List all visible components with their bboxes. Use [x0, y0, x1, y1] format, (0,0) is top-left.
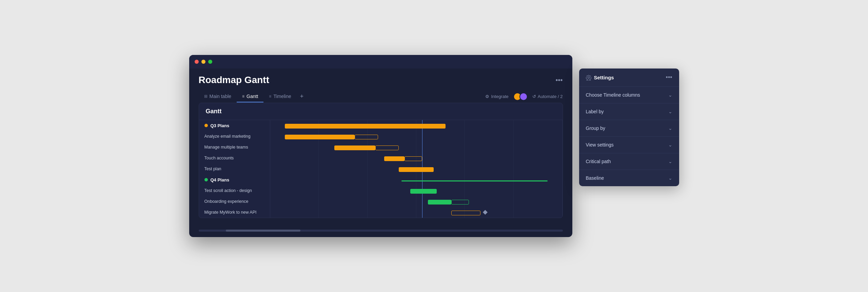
avatar-2	[519, 93, 528, 101]
title-bar	[189, 55, 572, 69]
gantt-bars	[270, 120, 563, 218]
tab-main-table[interactable]: ⊞ Main table	[199, 91, 237, 102]
settings-title-row: Settings	[586, 75, 614, 80]
gantt-labels: Q3 Plans Analyze email marketing Manage …	[199, 120, 270, 218]
automate-icon: ↺	[532, 94, 536, 99]
page-title: Roadmap Gantt	[199, 75, 269, 85]
app-window: Roadmap Gantt ••• ⊞ Main table ≡ Gantt ≡	[189, 55, 572, 237]
automate-button[interactable]: ↺ Automate / 2	[532, 94, 563, 99]
settings-item-label-by[interactable]: Label by ⌄	[579, 103, 679, 120]
bar-onboarding[interactable]	[428, 200, 451, 205]
chevron-icon-baseline: ⌄	[668, 175, 672, 181]
tab-timeline[interactable]: ≡ Timeline	[263, 91, 296, 102]
tab-bar: ⊞ Main table ≡ Gantt ≡ Timeline +	[199, 90, 307, 103]
q3-label: Q3 Plans	[211, 123, 230, 128]
settings-item-choose-timeline[interactable]: Choose Timeline columns ⌄	[579, 87, 679, 103]
row-touch: Touch accounts	[199, 153, 270, 163]
row-analyze: Analyze email marketing	[199, 131, 270, 142]
scene: Roadmap Gantt ••• ⊞ Main table ≡ Gantt ≡	[189, 55, 679, 237]
gantt-icon: ≡	[242, 94, 244, 99]
settings-item-group-by[interactable]: Group by ⌄	[579, 120, 679, 137]
bar-analyze[interactable]	[285, 135, 355, 139]
bar-touch[interactable]	[384, 156, 405, 161]
row-manage: Manage multiple teams	[199, 142, 270, 153]
q3-dot	[204, 124, 208, 127]
row-migrate: Migrate MyWork to new API	[199, 207, 270, 218]
header-actions: ⚙ Integrate ↺ Automate / 2	[485, 93, 563, 101]
scrollbar-container	[199, 228, 563, 232]
integrate-button[interactable]: ⚙ Integrate	[485, 94, 508, 99]
chevron-icon-view-settings: ⌄	[668, 142, 672, 148]
milestone-migrate	[483, 210, 488, 215]
bar-touch-dep	[405, 156, 422, 161]
settings-more-button[interactable]: •••	[666, 74, 672, 81]
group-q3-header: Q3 Plans	[199, 120, 270, 131]
settings-item-critical-path[interactable]: Critical path ⌄	[579, 153, 679, 170]
header-top: Roadmap Gantt •••	[199, 75, 563, 85]
gantt-body: Q3 Plans Analyze email marketing Manage …	[199, 120, 563, 218]
chevron-icon-label-by: ⌄	[668, 109, 672, 114]
timeline-icon: ≡	[269, 94, 271, 99]
chevron-icon-critical-path: ⌄	[668, 159, 672, 164]
add-tab-button[interactable]: +	[297, 90, 307, 103]
bar-scroll[interactable]	[410, 189, 437, 194]
maximize-dot[interactable]	[208, 60, 212, 64]
bar-manage[interactable]	[334, 145, 375, 150]
integrate-icon: ⚙	[485, 94, 489, 99]
scrollbar-track	[199, 230, 563, 232]
chevron-icon-group-by: ⌄	[668, 125, 672, 131]
minimize-dot[interactable]	[201, 60, 205, 64]
bar-manage-dep	[375, 145, 399, 150]
bar-q3-group[interactable]	[285, 124, 446, 129]
row-onboarding: Onboarding experience	[199, 196, 270, 207]
chevron-icon-choose-timeline: ⌄	[668, 92, 672, 98]
q4-dot	[204, 178, 208, 181]
row-scroll: Test scroll action - design	[199, 185, 270, 196]
gear-icon	[586, 75, 591, 80]
bar-migrate	[451, 211, 480, 215]
bar-test-plan[interactable]	[399, 167, 434, 172]
table-icon: ⊞	[204, 94, 208, 99]
settings-title: Settings	[594, 75, 614, 80]
app-header: Roadmap Gantt ••• ⊞ Main table ≡ Gantt ≡	[189, 69, 572, 103]
settings-header: Settings •••	[579, 69, 679, 87]
gantt-chart	[270, 120, 563, 218]
avatar-group	[513, 93, 528, 101]
row-test-plan: Test plan	[199, 163, 270, 174]
bar-onboarding-dep	[451, 200, 469, 205]
scrollbar-thumb[interactable]	[226, 230, 300, 232]
settings-panel: Settings ••• Choose Timeline columns ⌄ L…	[579, 69, 679, 186]
bar-q4-group[interactable]	[401, 180, 548, 181]
settings-item-view-settings[interactable]: View settings ⌄	[579, 137, 679, 153]
close-dot[interactable]	[195, 60, 199, 64]
header-more-button[interactable]: •••	[555, 76, 563, 84]
gantt-title: Gantt	[199, 103, 563, 120]
gantt-area: Gantt Q3 Plans Analyze email marketing M…	[199, 103, 563, 218]
group-q4-header: Q4 Plans	[199, 174, 270, 185]
bar-analyze-dep	[355, 135, 378, 139]
q4-label: Q4 Plans	[211, 177, 230, 182]
tab-gantt[interactable]: ≡ Gantt	[237, 91, 263, 102]
settings-item-baseline[interactable]: Baseline ⌄	[579, 170, 679, 186]
